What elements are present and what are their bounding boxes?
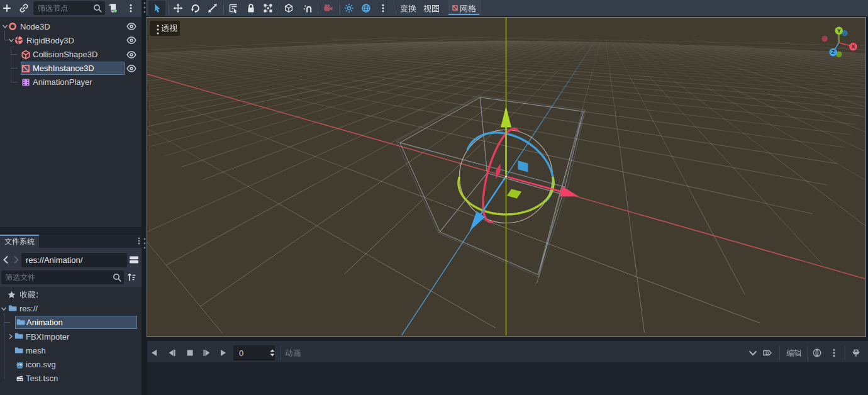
svg-text:D: D — [765, 350, 769, 356]
svg-text:Y: Y — [837, 28, 840, 34]
svg-text:X: X — [851, 43, 855, 50]
svg-text:Z: Z — [831, 49, 834, 55]
